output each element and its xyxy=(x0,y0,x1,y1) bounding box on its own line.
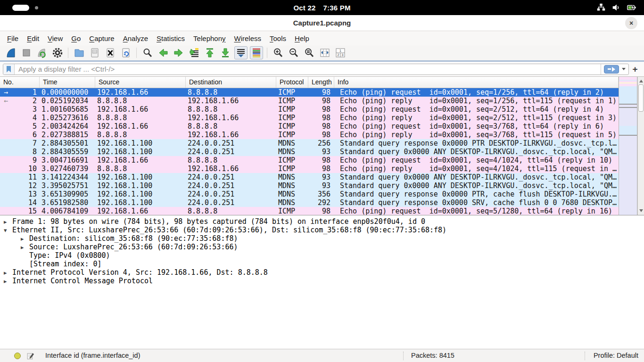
cell-time: 4.006784109 xyxy=(40,207,95,215)
network-icon xyxy=(596,2,606,13)
go-to-packet-button[interactable] xyxy=(188,46,201,59)
detail-tree-line[interactable]: [Stream index: 0] xyxy=(0,260,644,268)
column-header-source[interactable]: Source xyxy=(95,77,186,88)
menu-tools[interactable]: Tools xyxy=(265,33,290,44)
zoom-out-button[interactable] xyxy=(287,46,300,59)
scrollbar-down-arrow-icon[interactable] xyxy=(639,209,643,212)
menu-help[interactable]: Help xyxy=(290,33,314,44)
resize-columns-button[interactable] xyxy=(318,46,331,59)
packet-row-4[interactable]: 41.0252736168.8.8.8192.168.1.66ICMP98Ech… xyxy=(0,114,619,122)
packet-row-9[interactable]: 93.004716691192.168.1.668.8.8.8ICMP98Ech… xyxy=(0,156,619,165)
detail-tree-line[interactable]: ▸Internet Control Message Protocol xyxy=(0,277,644,285)
packet-row-11[interactable]: 113.141224344192.168.1.100224.0.0.251MDN… xyxy=(0,173,619,181)
auto-scroll-toggle[interactable] xyxy=(234,46,248,59)
capture-comment-icon[interactable] xyxy=(26,352,34,362)
go-to-last-packet-button[interactable] xyxy=(219,46,232,59)
cell-info: Standard query 0x0000 ANY DESKTOP-ILRKVG… xyxy=(334,148,619,156)
clock[interactable]: Oct 227:36 PM xyxy=(0,4,644,12)
packet-row-5[interactable]: 52.003424264192.168.1.668.8.8.8ICMP98Ech… xyxy=(0,122,619,131)
cell-no: 4 xyxy=(0,114,40,122)
colorize-toggle[interactable] xyxy=(250,46,263,59)
zoom-in-button[interactable] xyxy=(272,46,285,59)
cell-len: 256 xyxy=(308,139,334,148)
packet-row-12[interactable]: 123.395025751192.168.1.100224.0.0.251MDN… xyxy=(0,181,619,190)
layout-123-button[interactable]: 123 xyxy=(334,46,347,59)
filter-bookmark-icon[interactable] xyxy=(3,64,15,74)
detail-tree-line[interactable]: Type: IPv4 (0x0800) xyxy=(0,251,644,260)
packet-list-scrollbar[interactable] xyxy=(637,77,644,215)
open-file-button[interactable] xyxy=(73,46,86,59)
packet-row-7[interactable]: 72.884305501192.168.1.100224.0.0.251MDNS… xyxy=(0,139,619,148)
intelligent-scrollbar-minimap[interactable] xyxy=(619,77,637,215)
column-header-info[interactable]: Info xyxy=(334,77,619,88)
menu-capture[interactable]: Capture xyxy=(85,33,118,44)
detail-tree-line[interactable]: ▸Source: LuxsharePrec_26:53:66 (60:7d:09… xyxy=(0,243,644,251)
packet-row-1[interactable]: 1→0.000000000192.168.1.668.8.8.8ICMP98Ec… xyxy=(0,88,619,97)
column-header-protocol[interactable]: Protocol xyxy=(276,77,308,88)
menu-edit[interactable]: Edit xyxy=(23,33,43,44)
collapsed-arrow-icon[interactable]: ▸ xyxy=(4,277,12,286)
toolbar-separator xyxy=(68,48,68,58)
packet-row-6[interactable]: 62.0273888158.8.8.8192.168.1.66ICMP98Ech… xyxy=(0,131,619,139)
menu-telephony[interactable]: Telephony xyxy=(189,33,230,44)
menu-view[interactable]: View xyxy=(43,33,67,44)
collapsed-arrow-icon[interactable]: ▸ xyxy=(21,235,29,243)
menu-go[interactable]: Go xyxy=(67,33,85,44)
cell-info: Echo (ping) request id=0x0001, seq=3/768… xyxy=(334,122,619,131)
start-capture-button[interactable] xyxy=(4,46,17,59)
menu-file[interactable]: File xyxy=(3,33,23,44)
packet-row-3[interactable]: 31.001605685192.168.1.668.8.8.8ICMP98Ech… xyxy=(0,105,619,114)
collapsed-arrow-icon[interactable]: ▸ xyxy=(21,243,29,252)
cell-info: Echo (ping) request id=0x0001, seq=5/128… xyxy=(334,207,619,215)
column-header-destination[interactable]: Destination xyxy=(186,77,276,88)
packet-row-15[interactable]: 154.006784109192.168.1.668.8.8.8ICMP98Ec… xyxy=(0,207,619,215)
expanded-arrow-icon[interactable]: ▾ xyxy=(4,226,12,235)
menu-wireless[interactable]: Wireless xyxy=(230,33,266,44)
zoom-reset-button[interactable] xyxy=(303,46,316,59)
find-packet-button[interactable] xyxy=(141,46,154,59)
packet-row-13[interactable]: 133.651309905192.168.1.100224.0.0.251MDN… xyxy=(0,190,619,198)
detail-tree-line[interactable]: ▾Ethernet II, Src: LuxsharePrec_26:53:66… xyxy=(0,226,644,234)
display-filter-input[interactable] xyxy=(15,65,601,73)
packet-list-header[interactable]: No. Time Source Destination Protocol Len… xyxy=(0,77,619,88)
menu-statistics[interactable]: Statistics xyxy=(152,33,189,44)
save-file-button[interactable] xyxy=(88,46,101,59)
detail-tree-line[interactable]: ▸Internet Protocol Version 4, Src: 192.1… xyxy=(0,268,644,277)
go-forward-button[interactable] xyxy=(172,46,185,59)
collapsed-arrow-icon[interactable]: ▸ xyxy=(4,269,12,277)
profile-label[interactable]: Profile: Default xyxy=(594,352,638,359)
cell-len: 98 xyxy=(308,122,334,131)
scrollbar-up-arrow-icon[interactable] xyxy=(639,80,643,82)
close-window-button[interactable]: × xyxy=(625,17,637,29)
cell-time: 0.025192034 xyxy=(40,97,95,105)
packet-row-8[interactable]: 82.884305559192.168.1.100224.0.0.251MDNS… xyxy=(0,148,619,156)
cell-dst: 224.0.0.251 xyxy=(186,139,276,148)
column-header-time[interactable]: Time xyxy=(40,77,95,88)
restart-capture-button[interactable] xyxy=(35,46,49,59)
packet-row-2[interactable]: 2←0.0251920348.8.8.8192.168.1.66ICMP98Ec… xyxy=(0,97,619,105)
close-file-button[interactable] xyxy=(104,46,117,59)
stop-capture-button[interactable] xyxy=(20,46,33,59)
capture-options-button[interactable] xyxy=(51,46,64,59)
display-filter-box xyxy=(3,64,629,75)
detail-tree-line[interactable]: ▸Destination: silicom_35:68:f8 (90:ec:77… xyxy=(0,234,644,243)
filter-dropdown-caret-icon[interactable] xyxy=(622,68,626,70)
system-tray[interactable] xyxy=(596,2,637,13)
column-header-no[interactable]: No. xyxy=(0,77,40,88)
cell-no: 2← xyxy=(0,97,40,105)
go-to-first-packet-button[interactable] xyxy=(203,46,216,59)
cell-src: 192.168.1.100 xyxy=(95,198,186,207)
detail-tree-line[interactable]: ▸Frame 1: 98 bytes on wire (784 bits), 9… xyxy=(0,217,644,226)
apply-filter-button[interactable] xyxy=(604,65,619,74)
reload-file-button[interactable] xyxy=(119,46,132,59)
scrollbar-thumb[interactable] xyxy=(638,84,644,112)
menu-analyze[interactable]: Analyze xyxy=(119,33,152,44)
packet-row-10[interactable]: 103.0274607398.8.8.8192.168.1.66ICMP98Ec… xyxy=(0,165,619,173)
volume-icon xyxy=(611,2,621,13)
go-back-button[interactable] xyxy=(157,46,170,59)
packet-row-14[interactable]: 143.651982580192.168.1.100224.0.0.251MDN… xyxy=(0,198,619,207)
collapsed-arrow-icon[interactable]: ▸ xyxy=(4,218,12,226)
expert-info-icon[interactable] xyxy=(14,353,21,359)
add-filter-button-plus[interactable]: + xyxy=(629,64,641,74)
column-header-length[interactable]: Length xyxy=(308,77,334,88)
